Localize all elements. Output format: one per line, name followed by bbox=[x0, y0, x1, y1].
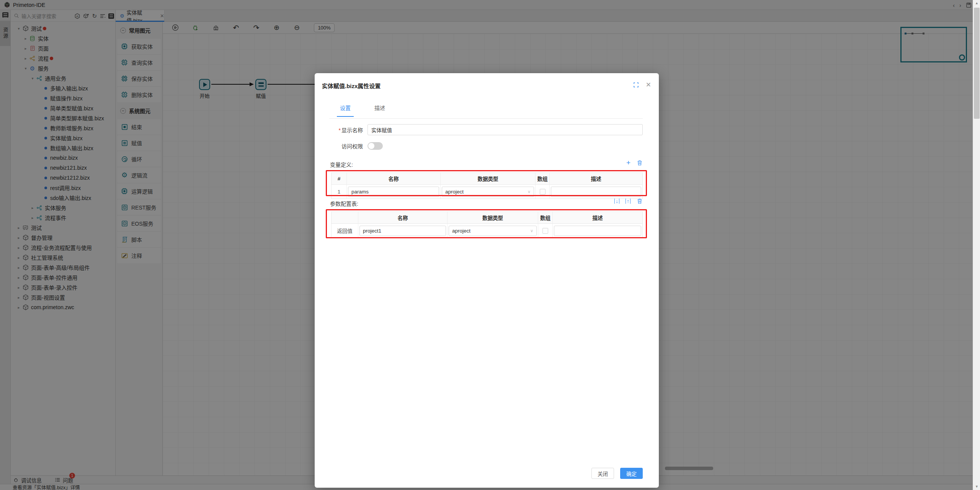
tab-close-icon[interactable]: ✕ bbox=[160, 13, 164, 19]
language-icon[interactable] bbox=[108, 13, 114, 19]
minimap-resize-handle[interactable] bbox=[959, 54, 965, 61]
expand-arrow-icon[interactable]: ▸ bbox=[30, 206, 35, 210]
back-icon[interactable]: ‹ bbox=[953, 2, 955, 8]
tree-item[interactable]: ▾测试 bbox=[11, 23, 116, 33]
palette-item[interactable]: 结束 bbox=[117, 119, 161, 134]
array-checkbox[interactable] bbox=[540, 189, 546, 195]
palette-item[interactable]: 循环 bbox=[117, 151, 161, 167]
move-down-icon[interactable]: ↓ bbox=[614, 198, 619, 204]
page-vscrollbar[interactable]: ▲ ▼ bbox=[973, 0, 980, 490]
tree-item[interactable]: ▸实体 bbox=[11, 33, 116, 43]
zoom-level[interactable]: 100% bbox=[314, 23, 335, 32]
tree-item[interactable]: 简单类型赋值.bizx bbox=[11, 103, 116, 113]
tree-item[interactable]: ▸页面-表单-录入控件 bbox=[11, 282, 116, 292]
display-name-input[interactable] bbox=[368, 124, 643, 135]
expand-arrow-icon[interactable]: ▸ bbox=[23, 36, 28, 41]
palette-item[interactable]: 保存实体 bbox=[117, 71, 161, 86]
expand-arrow-icon[interactable]: ▸ bbox=[16, 256, 21, 260]
fullscreen-icon[interactable] bbox=[633, 82, 639, 88]
search-bar[interactable]: 输入关键字搜索 AI ↻ bbox=[11, 10, 116, 22]
tree-item[interactable]: ▾通用业务 bbox=[11, 73, 116, 83]
palette-item[interactable]: 注释 bbox=[117, 248, 161, 263]
tree-item[interactable]: ▾⚙服务 bbox=[11, 63, 116, 73]
expand-arrow-icon[interactable]: ▸ bbox=[16, 275, 21, 280]
expand-arrow-icon[interactable]: ▸ bbox=[16, 295, 21, 300]
name-input[interactable] bbox=[348, 187, 439, 197]
collapse-section-icon[interactable]: − bbox=[120, 28, 126, 33]
tree-item[interactable]: sdo输入输出.bizx bbox=[11, 193, 116, 203]
tree-item[interactable]: 实体赋值.bizx bbox=[11, 133, 116, 143]
tree-item[interactable]: ▸社工管理系统 bbox=[11, 252, 116, 262]
tree-item[interactable]: ▸页面-视图设置 bbox=[11, 292, 116, 302]
run-icon[interactable] bbox=[172, 24, 178, 31]
move-up-icon[interactable]: ↑ bbox=[626, 198, 630, 204]
palette-item[interactable]: 赋值 bbox=[117, 135, 161, 151]
expand-arrow-icon[interactable]: ▸ bbox=[16, 246, 21, 250]
scrollbar-thumb[interactable] bbox=[974, 8, 980, 119]
description-input[interactable] bbox=[554, 226, 641, 236]
palette-item[interactable]: RREST服务 bbox=[117, 200, 161, 215]
palette-section-header[interactable]: −常用图元 bbox=[116, 23, 162, 38]
flow-node-start[interactable]: 开始 bbox=[199, 79, 210, 90]
tree-item[interactable]: ▸流程事件 bbox=[11, 213, 116, 223]
tree-item[interactable]: newbiz121.bizx bbox=[11, 163, 116, 173]
description-input[interactable] bbox=[551, 187, 641, 197]
ok-button[interactable]: 确定 bbox=[620, 468, 643, 479]
tree-item[interactable]: ▸流程-业务流程配置与使用 bbox=[11, 243, 116, 252]
delete-icon[interactable] bbox=[637, 160, 643, 166]
expand-arrow-icon[interactable]: ▸ bbox=[16, 226, 21, 230]
tree-item[interactable]: 数组输入输出.bizx bbox=[11, 143, 116, 153]
expand-arrow-icon[interactable]: ▸ bbox=[23, 56, 28, 61]
palette-item[interactable]: 查询实体 bbox=[117, 55, 161, 70]
minimap[interactable] bbox=[900, 27, 967, 62]
close-icon[interactable]: ✕ bbox=[646, 81, 651, 89]
collapse-section-icon[interactable]: − bbox=[120, 108, 126, 114]
datatype-select[interactable]: aproject∨ bbox=[449, 226, 537, 236]
tree-item[interactable]: 多输入输出.bizx bbox=[11, 83, 116, 93]
tree-item[interactable]: 教师新增服务.bizx bbox=[11, 123, 116, 133]
panel-toggle-icon[interactable] bbox=[2, 12, 8, 18]
canvas-hscrollbar[interactable] bbox=[665, 467, 713, 470]
palette-item[interactable]: 删除实体 bbox=[117, 87, 161, 102]
undo-icon[interactable]: ↶ bbox=[233, 24, 239, 31]
scroll-down-icon[interactable]: ▼ bbox=[973, 483, 980, 490]
forward-icon[interactable]: › bbox=[959, 2, 961, 8]
tab-settings[interactable]: 设置 bbox=[340, 104, 351, 117]
save-icon[interactable] bbox=[966, 2, 972, 8]
palette-item[interactable]: 获取实体 bbox=[117, 39, 161, 54]
tree-item[interactable]: ▸页面 bbox=[11, 43, 116, 53]
ai-icon[interactable]: AI bbox=[74, 13, 80, 19]
tree-item[interactable]: newbiz1212.bizx bbox=[11, 173, 116, 183]
delete-icon[interactable] bbox=[637, 198, 643, 204]
deploy-icon[interactable] bbox=[212, 24, 219, 31]
resource-panel-tab[interactable]: 资源 bbox=[0, 21, 11, 46]
palette-item[interactable]: ⚙逻辑流 bbox=[117, 167, 161, 183]
tree-item[interactable]: ▸com.primeton.zwc bbox=[11, 302, 116, 312]
new-module-icon[interactable] bbox=[83, 13, 89, 19]
scroll-up-icon[interactable]: ▲ bbox=[973, 0, 980, 7]
tree-item[interactable]: ▸页面-表单-控件通用 bbox=[11, 272, 116, 282]
access-toggle[interactable] bbox=[368, 142, 383, 150]
expand-arrow-icon[interactable]: ▸ bbox=[23, 46, 28, 51]
debug-icon[interactable] bbox=[192, 24, 199, 31]
redo-icon[interactable]: ↷ bbox=[253, 24, 260, 31]
add-icon[interactable]: + bbox=[626, 159, 630, 166]
palette-item[interactable]: eEOS服务 bbox=[117, 216, 161, 231]
expand-arrow-icon[interactable]: ▾ bbox=[16, 26, 21, 31]
datatype-select[interactable]: aproject∨ bbox=[442, 187, 534, 197]
array-checkbox[interactable] bbox=[542, 228, 548, 234]
expand-arrow-icon[interactable]: ▾ bbox=[23, 66, 28, 70]
tree-item[interactable]: ▸页面-表单-高级/布局组件 bbox=[11, 262, 116, 272]
tree-item[interactable]: 简单类型脚本赋值.bizx bbox=[11, 113, 116, 123]
tree-item[interactable]: ▸实体服务 bbox=[11, 203, 116, 213]
zoom-in-icon[interactable]: ⊕ bbox=[273, 24, 280, 31]
expand-arrow-icon[interactable]: ▸ bbox=[16, 305, 21, 310]
palette-item[interactable]: 脚本 bbox=[117, 232, 161, 247]
flow-node-assign[interactable]: 赋值 bbox=[255, 79, 266, 90]
tree-item[interactable]: ▸测试 bbox=[11, 223, 116, 233]
tab-description[interactable]: 描述 bbox=[374, 104, 385, 117]
tree-item[interactable]: newbiz.bizx bbox=[11, 153, 116, 163]
tree-item[interactable]: 赋值操作.bizx bbox=[11, 93, 116, 103]
tab-debug-info[interactable]: 调试信息 bbox=[13, 476, 42, 484]
palette-section-header[interactable]: −系统图元 bbox=[116, 103, 162, 118]
